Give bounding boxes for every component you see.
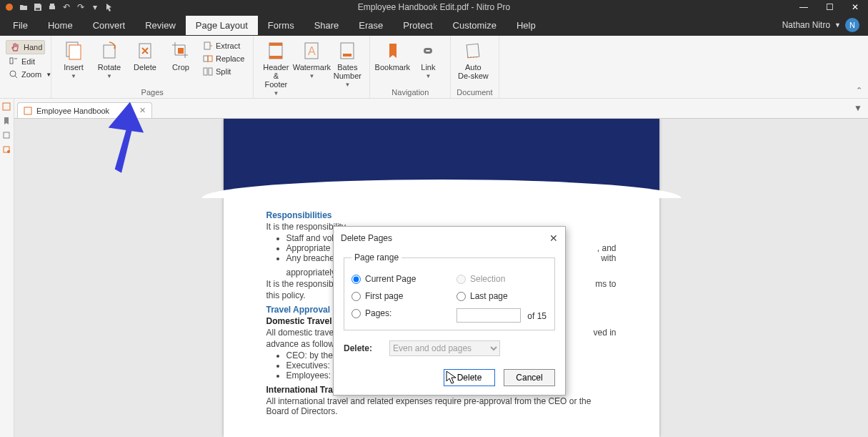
panel-pages-icon[interactable] <box>1 102 11 112</box>
rotate-button[interactable]: Rotate ▼ <box>93 39 126 79</box>
menu-forms[interactable]: Forms <box>258 16 304 35</box>
edit-icon <box>9 57 19 67</box>
tab-label: Employee Handbook <box>36 107 109 115</box>
window-title: Employee Handbook Edit.pdf - Nitro Pro <box>358 2 510 12</box>
zoom-icon <box>9 69 19 79</box>
menu-home[interactable]: Home <box>38 16 83 35</box>
file-icon <box>24 107 32 115</box>
redo-icon[interactable]: ↷ <box>76 2 86 12</box>
crop-icon <box>170 40 191 62</box>
auto-deskew-button[interactable]: Auto De-skew <box>457 39 489 80</box>
extract-icon <box>203 41 213 51</box>
chevron-down-icon: ▼ <box>344 82 350 88</box>
menu-customize[interactable]: Customize <box>443 16 507 35</box>
menu-convert[interactable]: Convert <box>83 16 136 35</box>
svg-rect-22 <box>343 54 351 57</box>
close-dialog-icon[interactable]: ✕ <box>549 232 558 244</box>
pointer-tool-icon[interactable] <box>104 2 114 12</box>
svg-rect-7 <box>69 45 81 59</box>
zoom-tool[interactable]: Zoom ▼ <box>6 69 45 80</box>
svg-rect-25 <box>4 132 9 138</box>
panel-attachments-icon[interactable] <box>1 130 11 140</box>
svg-rect-12 <box>204 56 208 62</box>
menu-erase[interactable]: Erase <box>349 16 393 35</box>
svg-rect-28 <box>24 107 31 114</box>
menu-review[interactable]: Review <box>135 16 186 35</box>
menu-file[interactable]: File <box>3 16 38 35</box>
watermark-button[interactable]: A Watermark ▼ <box>295 39 328 79</box>
replace-button[interactable]: Replace <box>200 53 247 64</box>
radio-pages[interactable]: Pages: <box>351 308 442 318</box>
print-icon[interactable] <box>47 2 57 12</box>
menu-protect[interactable]: Protect <box>393 16 442 35</box>
chevron-down-icon: ▼ <box>71 73 76 79</box>
maximize-button[interactable]: ☐ <box>817 0 842 14</box>
svg-rect-1 <box>36 8 40 10</box>
dialog-title: Delete Pages <box>341 233 392 243</box>
svg-rect-4 <box>10 58 13 64</box>
bookmark-button[interactable]: Bookmark <box>376 39 409 72</box>
rotate-icon <box>99 40 120 62</box>
dialog-cancel-button[interactable]: Cancel <box>504 369 555 386</box>
panel-signatures-icon[interactable] <box>1 144 11 154</box>
replace-icon <box>203 54 213 64</box>
svg-rect-3 <box>50 4 54 6</box>
chevron-down-icon: ▼ <box>309 73 314 79</box>
hand-tool[interactable]: Hand <box>6 40 45 54</box>
undo-icon[interactable]: ↶ <box>61 2 71 12</box>
open-icon[interactable] <box>19 2 29 12</box>
svg-rect-15 <box>209 68 212 75</box>
radio-first-page[interactable]: First page <box>351 291 442 301</box>
header-footer-button[interactable]: Header & Footer ▼ <box>259 39 292 97</box>
minimize-button[interactable]: — <box>791 0 817 14</box>
qat-dropdown-icon[interactable]: ▾ <box>90 2 100 12</box>
bates-icon <box>336 40 358 62</box>
svg-rect-18 <box>269 56 282 59</box>
save-icon[interactable] <box>33 2 43 12</box>
user-name: Nathan Nitro <box>782 20 830 30</box>
link-button[interactable]: Link ▼ <box>411 39 444 79</box>
svg-point-27 <box>7 150 10 153</box>
delete-label: Delete: <box>344 343 372 353</box>
insert-page-icon <box>63 40 84 62</box>
svg-rect-17 <box>269 43 282 46</box>
pages-input[interactable] <box>457 308 521 323</box>
split-icon <box>203 67 213 77</box>
group-nav-label: Navigation <box>376 87 444 97</box>
svg-rect-24 <box>3 103 10 110</box>
close-button[interactable]: ✕ <box>842 0 868 14</box>
chevron-down-icon: ▼ <box>425 73 431 79</box>
chevron-down-icon: ▼ <box>106 73 112 79</box>
delete-button[interactable]: Delete <box>129 39 161 72</box>
panel-bookmarks-icon[interactable] <box>1 116 11 126</box>
user-menu[interactable]: Nathan Nitro ▼ N <box>777 18 865 32</box>
page-total: of 15 <box>527 311 547 321</box>
delete-page-icon <box>134 40 156 62</box>
radio-last-page[interactable]: Last page <box>457 291 547 301</box>
svg-text:A: A <box>308 45 316 57</box>
group-doc-label: Document <box>457 87 492 97</box>
chevron-down-icon: ▼ <box>46 72 51 78</box>
delete-mode-select[interactable]: Even and odd pages <box>389 340 500 356</box>
nitro-icon <box>4 2 14 12</box>
link-icon <box>417 40 439 62</box>
radio-current-page[interactable]: Current Page <box>351 274 442 284</box>
collapse-ribbon-button[interactable]: ⌃ <box>856 86 862 95</box>
bookmark-icon <box>381 40 403 62</box>
extract-button[interactable]: Extract <box>200 40 247 51</box>
svg-rect-14 <box>204 68 207 75</box>
edit-tool[interactable]: Edit <box>6 56 45 67</box>
insert-button[interactable]: Insert ▼ <box>57 39 90 79</box>
menu-help[interactable]: Help <box>507 16 546 35</box>
menu-page-layout[interactable]: Page Layout <box>186 16 258 35</box>
radio-selection: Selection <box>457 274 547 284</box>
bates-button[interactable]: Bates Number ▼ <box>331 39 364 88</box>
split-button[interactable]: Split <box>200 66 247 77</box>
mouse-cursor-icon <box>446 370 457 385</box>
chevron-down-icon: ▼ <box>273 90 279 97</box>
crop-button[interactable]: Crop <box>164 39 197 72</box>
tab-menu-icon[interactable]: ▼ <box>854 103 862 113</box>
hand-icon <box>11 42 21 52</box>
menu-share[interactable]: Share <box>304 16 349 35</box>
avatar: N <box>845 18 859 32</box>
